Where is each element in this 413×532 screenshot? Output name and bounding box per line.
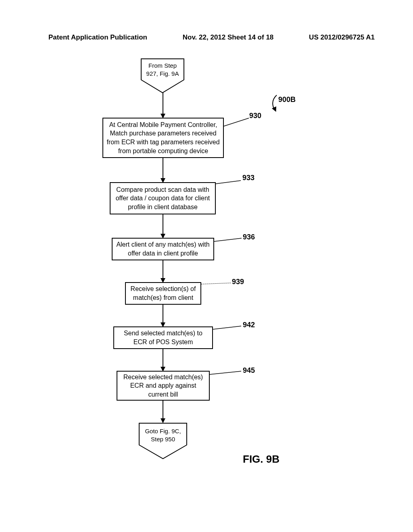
- entry-connector-text: From Step 927, Fig. 9A: [140, 62, 185, 77]
- ref-945: 945: [243, 366, 255, 375]
- step-936: Alert client of any match(es) with offer…: [112, 238, 214, 260]
- leader-936: [213, 237, 242, 242]
- page-header: Patent Application Publication Nov. 22, …: [48, 33, 375, 42]
- arrow-930-933: [161, 158, 165, 183]
- arrow-939-942: [161, 305, 165, 327]
- ref-936: 936: [243, 233, 255, 241]
- svg-marker-4: [272, 106, 278, 113]
- svg-line-10: [214, 238, 242, 241]
- step-936-text: Alert client of any match(es) with offer…: [116, 240, 210, 258]
- step-933: Compare product scan data with offer dat…: [110, 182, 216, 214]
- ref-930: 930: [249, 112, 261, 120]
- leader-942: [212, 325, 242, 330]
- step-945: Receive selected match(es) ECR and apply…: [117, 371, 210, 401]
- ref-939: 939: [232, 278, 244, 286]
- leader-933: [215, 180, 242, 185]
- step-942: Send selected match(es) to ECR of POS Sy…: [113, 326, 213, 349]
- hook-900b: [271, 94, 282, 114]
- arrow-933-936: [161, 214, 165, 239]
- step-945-text: Receive selected match(es) ECR and apply…: [121, 373, 206, 399]
- header-right: US 2012/0296725 A1: [309, 33, 375, 42]
- leader-939: [200, 281, 231, 285]
- svg-line-16: [213, 326, 241, 329]
- figure-label: FIG. 9B: [243, 453, 280, 466]
- arrow-entry-930: [161, 93, 165, 118]
- ref-933: 933: [242, 174, 254, 182]
- arrow-936-939: [161, 260, 165, 283]
- arrow-945-exit: [161, 401, 165, 423]
- svg-line-7: [216, 181, 241, 184]
- svg-line-13: [201, 283, 231, 284]
- step-939: Receive selection(s) of match(es) from c…: [125, 282, 201, 305]
- header-center: Nov. 22, 2012 Sheet 14 of 18: [183, 33, 274, 42]
- header-left: Patent Application Publication: [48, 33, 147, 42]
- step-939-text: Receive selection(s) of match(es) from c…: [129, 285, 197, 302]
- step-930-text: At Central Mobile Payment Controller, Ma…: [106, 121, 220, 155]
- leader-945: [209, 370, 242, 375]
- step-942-text: Send selected match(es) to ECR of POS Sy…: [117, 329, 209, 346]
- exit-connector-text: Goto Fig. 9C, Step 950: [138, 427, 188, 444]
- leader-930: [223, 117, 250, 127]
- svg-line-19: [210, 371, 241, 374]
- ref-942: 942: [243, 321, 255, 329]
- step-930: At Central Mobile Payment Controller, Ma…: [102, 118, 224, 158]
- step-933-text: Compare product scan data with offer dat…: [114, 185, 212, 212]
- arrow-942-945: [161, 349, 165, 372]
- svg-line-3: [224, 118, 249, 126]
